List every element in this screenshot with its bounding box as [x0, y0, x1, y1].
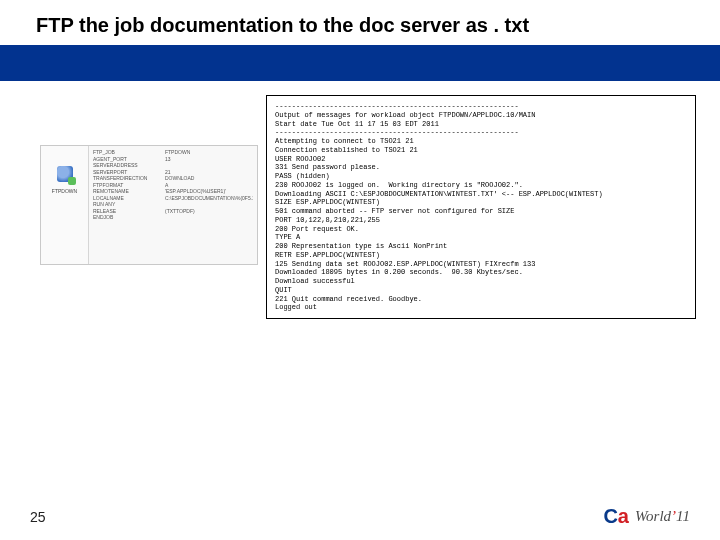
thumbnail-key: FTPFORMAT	[93, 183, 165, 189]
thumbnail-value	[165, 215, 253, 221]
thumbnail-value: FTPDOWN	[165, 150, 253, 156]
page-number: 25	[30, 509, 46, 525]
thumbnail-value: 'ESP.APPLDOC(%USER1)'	[165, 189, 253, 195]
thumbnail-row: FTPFORMATA	[93, 183, 253, 189]
thumbnail-key: FTP_JOB	[93, 150, 165, 156]
thumbnail-key: AGENT_PORT	[93, 157, 165, 163]
thumbnail-row: RUN ANY	[93, 202, 253, 208]
ftp-icon-label: FTPDOWN	[45, 188, 84, 194]
thumbnail-key: LOCALNAME	[93, 196, 165, 202]
thumbnail-row: TRANSFERDIRECTIONDOWNLOAD	[93, 176, 253, 182]
thumbnail-row: LOCALNAMEC:\ESPJOBDOCUMENTATION\%(0F5.1.…	[93, 196, 253, 202]
ftp-icon	[57, 166, 73, 182]
thumbnail-row: FTP_JOBFTPDOWN	[93, 150, 253, 156]
slide-title: FTP the job documentation to the doc ser…	[0, 0, 720, 45]
thumbnail-properties: FTP_JOBFTPDOWNAGENT_PORT13SERVERADDRESSS…	[89, 146, 257, 264]
thumbnail-value	[165, 202, 253, 208]
thumbnail-key: RUN ANY	[93, 202, 165, 208]
thumbnail-value: 13	[165, 157, 253, 163]
thumbnail-row: ENDJOB	[93, 215, 253, 221]
logo-letter-a: a	[618, 505, 629, 528]
thumbnail-row: SERVERPORT21	[93, 170, 253, 176]
thumbnail-row: SERVERADDRESS	[93, 163, 253, 169]
thumbnail-row: REMOTENAME'ESP.APPLDOC(%USER1)'	[93, 189, 253, 195]
ftp-job-thumbnail: FTPDOWN FTP_JOBFTPDOWNAGENT_PORT13SERVER…	[40, 145, 258, 265]
logo-world-text: World’11	[635, 508, 690, 525]
thumbnail-key: RELEASE	[93, 209, 165, 215]
thumbnail-value: DOWNLOAD	[165, 176, 253, 182]
thumbnail-key: ENDJOB	[93, 215, 165, 221]
thumbnail-key: REMOTENAME	[93, 189, 165, 195]
thumbnail-key: SERVERPORT	[93, 170, 165, 176]
thumbnail-icon-panel: FTPDOWN	[41, 146, 89, 264]
title-underline-bar	[0, 45, 720, 81]
thumbnail-key: SERVERADDRESS	[93, 163, 165, 169]
slide-footer: 25 Ca World’11	[30, 505, 690, 528]
thumbnail-value: C:\ESPJOBDOCUMENTATION\%(0F5.1.TXT	[165, 196, 253, 202]
content-area: FTPDOWN FTP_JOBFTPDOWNAGENT_PORT13SERVER…	[0, 81, 720, 99]
thumbnail-value: 21	[165, 170, 253, 176]
thumbnail-key: TRANSFERDIRECTION	[93, 176, 165, 182]
ftp-output-log: ----------------------------------------…	[266, 95, 696, 319]
thumbnail-value	[165, 163, 253, 169]
thumbnail-value: A	[165, 183, 253, 189]
thumbnail-value: (TXTTOPDF)	[165, 209, 253, 215]
logo-letter-c: C	[603, 505, 617, 528]
thumbnail-row: AGENT_PORT13	[93, 157, 253, 163]
ca-world-logo: Ca World’11	[603, 505, 690, 528]
thumbnail-row: RELEASE(TXTTOPDF)	[93, 209, 253, 215]
